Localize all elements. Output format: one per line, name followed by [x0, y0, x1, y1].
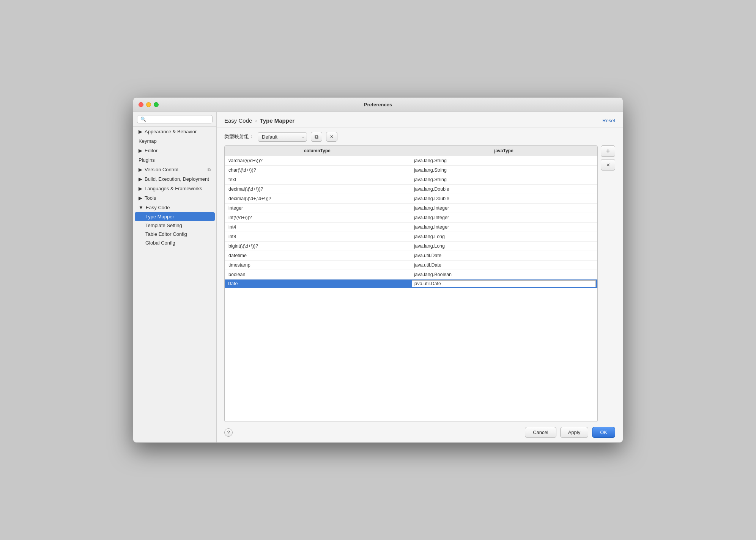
cell-java-type[interactable]	[410, 279, 597, 288]
plus-icon: +	[606, 147, 610, 155]
search-input[interactable]	[148, 117, 209, 122]
sidebar-item-label: Global Config	[145, 240, 175, 246]
cell-java-type[interactable]: java.lang.Integer	[410, 223, 597, 232]
sidebar-item-label: Tools	[145, 195, 156, 201]
table-row[interactable]: decimal(\(\d+,\d+\))?java.lang.Double	[225, 194, 597, 204]
minimize-button[interactable]	[146, 102, 151, 107]
sidebar-item-label: Keymap	[139, 138, 157, 144]
cell-java-type[interactable]: java.lang.Long	[410, 242, 597, 251]
cell-java-type[interactable]: java.lang.String	[410, 156, 597, 166]
sidebar-item-plugins[interactable]: Plugins	[133, 155, 216, 165]
table-row[interactable]: integerjava.lang.Integer	[225, 204, 597, 213]
copy-group-button[interactable]: ⧉	[311, 132, 322, 142]
sidebar-child-type-mapper[interactable]: Type Mapper	[135, 212, 215, 221]
cell-column-type[interactable]: int(\(\d+\))?	[225, 213, 410, 223]
table-row[interactable]	[225, 279, 597, 288]
copy-icon: ⧉	[208, 167, 211, 172]
sidebar-child-global-config[interactable]: Global Config	[133, 238, 216, 247]
cell-column-type[interactable]: varchar(\(\d+\))?	[225, 156, 410, 166]
table-row[interactable]: int(\(\d+\))?java.lang.Integer	[225, 213, 597, 223]
cell-column-type[interactable]: int4	[225, 223, 410, 232]
cell-column-type[interactable]: bigint(\(\d+\))?	[225, 242, 410, 251]
sidebar-item-label: Version Control	[145, 167, 178, 172]
cell-col2-input[interactable]	[412, 280, 596, 287]
sidebar-item-languages-frameworks[interactable]: ▶ Languages & Frameworks	[133, 184, 216, 193]
sidebar-item-tools[interactable]: ▶ Tools	[133, 193, 216, 203]
sidebar-item-keymap[interactable]: Keymap	[133, 136, 216, 146]
sidebar-item-version-control[interactable]: ▶ Version Control ⧉	[133, 165, 216, 174]
search-input-wrapper[interactable]: 🔍	[137, 115, 213, 123]
cell-java-type[interactable]: java.lang.Boolean	[410, 270, 597, 279]
add-row-button[interactable]: +	[601, 145, 615, 157]
ok-button[interactable]: OK	[592, 427, 615, 438]
cell-column-type[interactable]: int8	[225, 232, 410, 242]
dropdown-wrapper: Default ⌄	[258, 132, 307, 142]
reset-button[interactable]: Reset	[602, 118, 615, 123]
sidebar-child-template-setting[interactable]: Template Setting	[133, 221, 216, 230]
cell-java-type[interactable]: java.lang.Integer	[410, 213, 597, 223]
sidebar-item-label: Languages & Frameworks	[145, 186, 202, 191]
sidebar-item-label: Template Setting	[145, 223, 182, 228]
table-row[interactable]: int4java.lang.Integer	[225, 223, 597, 232]
sidebar-item-build-execution-deployment[interactable]: ▶ Build, Execution, Deployment	[133, 174, 216, 184]
table-row[interactable]: decimal(\(\d+\))?java.lang.Double	[225, 185, 597, 194]
table-row[interactable]: varchar(\(\d+\))?java.lang.String	[225, 156, 597, 166]
cell-column-type[interactable]: char(\(\d+\))?	[225, 166, 410, 175]
cell-java-type[interactable]: java.util.Date	[410, 251, 597, 261]
sidebar-item-appearance-behavior[interactable]: ▶ Appearance & Behavior	[133, 127, 216, 136]
breadcrumb-separator: ›	[255, 118, 257, 123]
cell-java-type[interactable]: java.lang.String	[410, 175, 597, 185]
table-row[interactable]: booleanjava.lang.Boolean	[225, 270, 597, 279]
cell-java-type[interactable]: java.lang.Double	[410, 194, 597, 204]
sidebar-item-label: Easy Code	[146, 205, 170, 210]
apply-button[interactable]: Apply	[560, 427, 589, 438]
cell-column-type[interactable]: text	[225, 175, 410, 185]
chevron-right-icon: ▶	[139, 167, 142, 172]
table-row[interactable]: textjava.lang.String	[225, 175, 597, 185]
cell-java-type[interactable]: java.lang.Long	[410, 232, 597, 242]
chevron-right-icon: ▶	[139, 176, 142, 182]
delete-icon: ✕	[606, 162, 610, 168]
cell-column-type[interactable]: datetime	[225, 251, 410, 261]
sidebar-item-easy-code[interactable]: ▼ Easy Code	[133, 203, 216, 212]
chevron-right-icon: ▶	[139, 129, 142, 134]
cell-java-type[interactable]: java.util.Date	[410, 261, 597, 270]
type-mapper-table: columnType javaType varchar(\(\d+\))?jav…	[225, 146, 597, 288]
group-dropdown[interactable]: Default	[258, 132, 307, 142]
sidebar-item-label: Plugins	[139, 157, 155, 163]
window-title: Preferences	[364, 102, 392, 107]
toolbar-row: 类型映射组： Default ⌄ ⧉ ✕	[217, 128, 623, 145]
table-row[interactable]: char(\(\d+\))?java.lang.String	[225, 166, 597, 175]
delete-group-button[interactable]: ✕	[326, 132, 337, 142]
cell-java-type[interactable]: java.lang.Integer	[410, 204, 597, 213]
question-mark-icon: ?	[227, 429, 230, 435]
sidebar-item-editor[interactable]: ▶ Editor	[133, 146, 216, 155]
chevron-right-icon: ▶	[139, 148, 142, 153]
cell-column-type[interactable]: decimal(\(\d+\))?	[225, 185, 410, 194]
sidebar-child-table-editor-config[interactable]: Table Editor Config	[133, 230, 216, 238]
main-panel: Easy Code › Type Mapper Reset 类型映射组： Def…	[217, 112, 623, 442]
cancel-button[interactable]: Cancel	[525, 427, 556, 438]
help-button[interactable]: ?	[224, 428, 233, 437]
cell-java-type[interactable]: java.lang.Double	[410, 185, 597, 194]
cell-col1-input[interactable]	[226, 281, 408, 287]
table-row[interactable]: bigint(\(\d+\))?java.lang.Long	[225, 242, 597, 251]
delete-row-button[interactable]: ✕	[601, 159, 615, 171]
table-row[interactable]: int8java.lang.Long	[225, 232, 597, 242]
column-header-type: columnType	[225, 146, 410, 156]
sidebar-item-label: Table Editor Config	[145, 231, 187, 237]
cell-column-type[interactable]: decimal(\(\d+,\d+\))?	[225, 194, 410, 204]
table-row[interactable]: timestampjava.util.Date	[225, 261, 597, 270]
delete-icon: ✕	[330, 134, 334, 139]
table-row[interactable]: datetimejava.util.Date	[225, 251, 597, 261]
cell-java-type[interactable]: java.lang.String	[410, 166, 597, 175]
cell-column-type[interactable]: integer	[225, 204, 410, 213]
copy-icon: ⧉	[315, 134, 318, 140]
cell-column-type[interactable]: boolean	[225, 270, 410, 279]
maximize-button[interactable]	[154, 102, 159, 107]
cell-column-type[interactable]	[225, 279, 410, 288]
breadcrumb-current: Type Mapper	[260, 117, 295, 124]
cell-column-type[interactable]: timestamp	[225, 261, 410, 270]
breadcrumb-parent: Easy Code	[224, 117, 252, 124]
close-button[interactable]	[139, 102, 143, 107]
